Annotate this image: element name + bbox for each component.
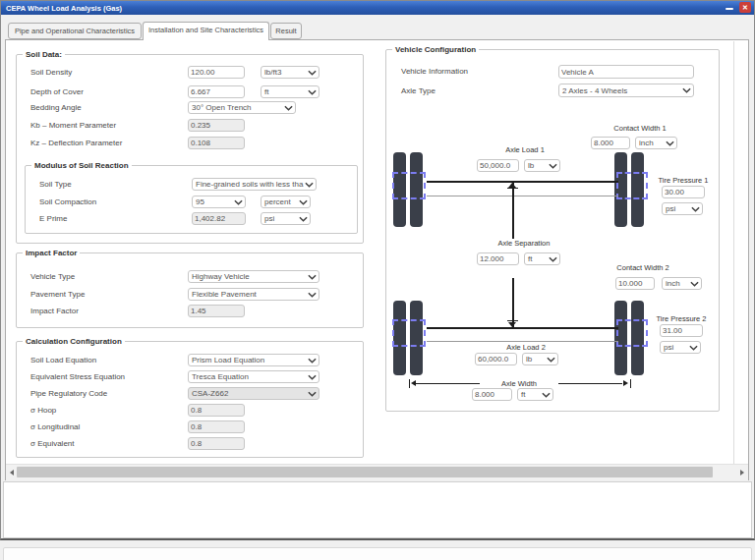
bedding-angle-label: Bedding Angle — [30, 103, 82, 112]
select-value: Flexible Pavement — [189, 290, 308, 299]
impact-factor-label: Impact Factor — [30, 307, 79, 315]
select-value: lb — [523, 355, 547, 364]
dimension-bar-bottom — [507, 320, 518, 321]
axle-width-label: Axle Width — [480, 379, 558, 388]
sigma-equivalent-label: σ Equivalent — [30, 439, 75, 448]
select-value: ft — [518, 390, 542, 399]
contact-width-2-unit-select[interactable]: inch — [662, 277, 702, 290]
chevron-down-icon — [299, 199, 308, 205]
equivalent-stress-equation-select[interactable]: Tresca Equation — [188, 370, 319, 383]
contact-patch-selection-axle2-left — [392, 319, 426, 347]
select-value: Prism Load Equation — [189, 356, 308, 364]
axle-width-unit-select[interactable]: ft — [517, 388, 553, 401]
contact-width-1-unit-select[interactable]: inch — [635, 137, 677, 149]
sigma-longitudinal-label: σ Longitudinal — [30, 422, 80, 431]
axle2-line-secondary — [427, 341, 618, 342]
e-prime-field — [192, 212, 246, 225]
tab-bar: Pipe and Operational Characteristics Ins… — [1, 22, 754, 39]
chevron-down-icon — [689, 345, 698, 351]
axle-load-1-input[interactable] — [477, 159, 519, 172]
horizontal-scrollbar[interactable] — [6, 464, 748, 480]
horizontal-scrollbar-thumb[interactable] — [17, 467, 713, 477]
tire-pressure-2-unit-select[interactable]: psi — [660, 341, 701, 354]
soil-compaction-select[interactable]: 95 — [192, 196, 246, 208]
soil-load-equation-select[interactable]: Prism Load Equation — [188, 354, 319, 366]
chevron-down-icon — [542, 392, 551, 398]
minimize-button[interactable] — [723, 2, 735, 13]
chevron-down-icon — [308, 358, 317, 364]
axle-separation-input[interactable] — [477, 252, 519, 265]
axle-load-1-label: Axle Load 1 — [461, 145, 589, 154]
scroll-right-button[interactable] — [738, 469, 746, 476]
scroll-left-icon — [10, 470, 14, 476]
scroll-right-icon — [740, 470, 744, 476]
chevron-down-icon — [691, 206, 700, 212]
tire-pressure-2-input[interactable] — [660, 324, 703, 337]
kz-deflection-parameter-field — [188, 137, 245, 149]
contact-width-1-label: Contact Width 1 — [576, 124, 704, 133]
pavement-type-label: Pavement Type — [30, 290, 85, 299]
select-value: psi — [661, 343, 689, 352]
axle-load-2-unit-select[interactable]: lb — [522, 353, 558, 365]
select-value: Highway Vehicle — [189, 272, 308, 281]
e-prime-unit-select[interactable]: psi — [261, 212, 311, 225]
e-prime-label: E Prime — [39, 214, 67, 223]
axle-load-1-unit-select[interactable]: lb — [524, 159, 560, 172]
select-value: ft — [525, 254, 549, 263]
select-value: Tresca Equation — [189, 372, 308, 381]
axle-load-2-input[interactable] — [475, 353, 517, 365]
chevron-down-icon — [305, 182, 314, 188]
pavement-type-select[interactable]: Flexible Pavement — [188, 288, 319, 301]
select-value: psi — [261, 214, 299, 223]
group-title: Soil Data: — [23, 50, 65, 59]
soil-load-equation-label: Soil Load Equation — [30, 356, 96, 364]
tab-result[interactable]: Result — [270, 23, 302, 39]
soil-compaction-unit-select[interactable]: percent — [261, 196, 311, 208]
sigma-hoop-field — [188, 404, 245, 417]
vehicle-type-select[interactable]: Highway Vehicle — [188, 270, 319, 283]
sigma-hoop-label: σ Hoop — [30, 406, 56, 415]
bedding-angle-select[interactable]: 30° Open Trench — [188, 101, 296, 114]
contact-width-2-label: Contact Width 2 — [579, 263, 707, 272]
depth-of-cover-unit-select[interactable]: ft — [261, 85, 319, 98]
select-value: 30° Open Trench — [189, 103, 284, 112]
soil-type-select[interactable]: Fine-grained soils with less tha — [192, 178, 317, 191]
contact-width-2-input[interactable] — [615, 277, 655, 290]
group-modulus-of-soil-reaction: Modulus of Soil Reaction Soil Type Fine-… — [25, 165, 358, 234]
axle-width-input[interactable] — [472, 388, 512, 401]
axle1-line — [427, 181, 618, 183]
axle-separation-line-top — [512, 183, 514, 239]
close-button[interactable]: ✕ — [739, 2, 751, 13]
select-value: percent — [261, 197, 299, 206]
group-impact-factor: Impact Factor Vehicle Type Highway Vehic… — [16, 252, 364, 328]
tab-pipe-and-operational[interactable]: Pipe and Operational Characteristics — [8, 23, 142, 39]
select-value: inch — [636, 139, 666, 147]
contact-width-1-input[interactable] — [591, 137, 630, 149]
soil-type-label: Soil Type — [39, 180, 72, 189]
axle-type-select[interactable]: 2 Axles - 4 Wheels — [558, 84, 694, 97]
chevron-down-icon — [299, 216, 308, 222]
group-title: Impact Factor — [23, 249, 80, 257]
scroll-left-button[interactable] — [8, 469, 16, 476]
chevron-down-icon — [308, 70, 317, 76]
vehicle-information-input[interactable] — [558, 65, 694, 79]
soil-density-unit-select[interactable]: lb/ft3 — [261, 66, 319, 79]
group-title: Vehicle Configuration — [392, 45, 479, 54]
tire-pressure-1-label: Tire Pressure 1 — [654, 176, 713, 185]
depth-of-cover-label: Depth of Cover — [30, 87, 84, 96]
close-icon: ✕ — [742, 4, 748, 11]
chevron-down-icon — [547, 357, 555, 363]
axle-separation-unit-select[interactable]: ft — [524, 252, 560, 265]
tire-pressure-1-unit-select[interactable]: psi — [662, 202, 703, 215]
vehicle-information-label: Vehicle Information — [401, 67, 468, 76]
soil-compaction-label: Soil Compaction — [39, 197, 96, 206]
chevron-down-icon — [308, 391, 317, 397]
depth-of-cover-input[interactable] — [188, 85, 245, 98]
tire-pressure-1-input[interactable] — [662, 186, 705, 198]
content-viewport: Soil Data: Soil Density lb/ft3 Depth of … — [7, 41, 734, 464]
select-value: lb/ft3 — [261, 68, 308, 77]
soil-density-input[interactable] — [188, 66, 245, 79]
select-value: CSA-Z662 — [189, 389, 308, 398]
axle-width-line-left — [416, 383, 480, 384]
tab-installation-and-site[interactable]: Installation and Site Characteristics — [143, 22, 269, 40]
